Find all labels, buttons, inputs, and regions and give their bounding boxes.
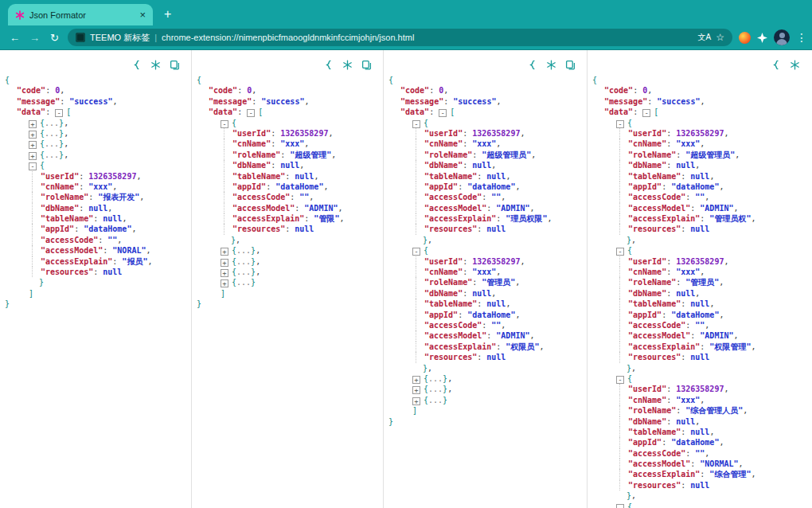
copy-icon[interactable]: [361, 60, 372, 70]
browser-menu-icon[interactable]: ⋮: [796, 31, 804, 44]
collapse-toggle-icon[interactable]: -: [29, 162, 37, 170]
forward-icon[interactable]: →: [28, 32, 41, 44]
json-line: "accessExplain": "报员",: [0, 256, 191, 267]
json-null-value: null: [486, 225, 506, 233]
expand-toggle-icon[interactable]: +: [221, 269, 228, 277]
json-line: "appId": "dataHome",: [588, 310, 811, 320]
json-punctuation: ,: [256, 257, 260, 266]
back-icon[interactable]: ←: [8, 32, 21, 44]
address-bar[interactable]: TEEMO 新标签 | chrome-extension://nimenpbic…: [68, 29, 732, 46]
collapse-toggle-icon[interactable]: -: [55, 109, 63, 117]
json-null-value: null: [690, 481, 709, 490]
profile-avatar[interactable]: [774, 29, 790, 45]
json-number-value: 1326358297: [676, 129, 724, 138]
copy-icon[interactable]: [170, 60, 180, 70]
compress-icon[interactable]: [546, 60, 556, 70]
copy-icon[interactable]: [565, 60, 576, 70]
format-icon[interactable]: [131, 60, 142, 70]
json-key: "code": [17, 86, 45, 95]
json-line: +{...},: [192, 256, 383, 267]
format-icon[interactable]: [323, 60, 334, 70]
json-string-value: "dataHome": [671, 182, 719, 191]
expand-toggle-icon[interactable]: +: [412, 376, 420, 384]
json-punctuation: ,: [631, 364, 636, 373]
json-number-value: 1326358297: [88, 172, 136, 181]
json-line: }: [0, 299, 191, 309]
json-line: ]: [384, 405, 587, 416]
browser-tab[interactable]: Json Formator ×: [8, 4, 153, 25]
json-key: "roleName": [41, 193, 88, 201]
json-line: "accessCode": "",: [384, 192, 587, 202]
extensions-star-icon[interactable]: [757, 33, 767, 43]
reload-icon[interactable]: ↻: [48, 32, 61, 44]
expand-toggle-icon[interactable]: +: [412, 397, 420, 405]
json-punctuation: ,: [304, 97, 309, 106]
expand-toggle-icon[interactable]: +: [221, 248, 228, 256]
tree-guide-line: [224, 192, 224, 202]
json-key: "message": [604, 97, 647, 106]
json-punctuation: :: [266, 182, 275, 191]
expand-toggle-icon[interactable]: +: [221, 279, 228, 287]
expand-toggle-icon[interactable]: +: [29, 120, 37, 128]
json-key: "message": [17, 97, 60, 106]
collapse-toggle-icon[interactable]: -: [616, 376, 624, 384]
json-bracket: }: [251, 278, 256, 287]
expand-toggle-icon[interactable]: +: [29, 141, 37, 149]
json-line: "data": -[: [384, 107, 587, 117]
json-line: -{: [0, 160, 191, 170]
compress-icon[interactable]: [150, 60, 161, 70]
collapse-toggle-icon[interactable]: -: [412, 248, 420, 256]
extension-button-orange-icon[interactable]: [739, 32, 751, 44]
json-key: "cnName": [232, 139, 271, 148]
json-line: -{: [588, 118, 811, 128]
collapse-toggle-icon[interactable]: -: [616, 248, 624, 256]
json-punctuation: :: [681, 428, 690, 436]
json-punctuation: ,: [709, 428, 714, 436]
expand-toggle-icon[interactable]: +: [412, 386, 420, 394]
json-key: "data": [604, 107, 633, 116]
new-tab-button[interactable]: +: [164, 8, 171, 21]
tab-close-icon[interactable]: ×: [139, 10, 146, 20]
json-string-value: "dataHome": [84, 225, 131, 233]
tree-guide-line: [619, 480, 620, 490]
expand-toggle-icon[interactable]: +: [29, 131, 37, 139]
json-punctuation: ,: [309, 193, 314, 201]
collapse-toggle-icon[interactable]: -: [616, 120, 624, 128]
json-punctuation: ,: [529, 331, 534, 340]
format-icon[interactable]: [527, 60, 537, 70]
expand-toggle-icon[interactable]: +: [29, 152, 37, 160]
bookmark-star-icon[interactable]: ☆: [716, 32, 724, 43]
collapse-toggle-icon[interactable]: -: [642, 109, 650, 117]
json-key: "resources": [628, 353, 681, 361]
json-line: "dbName": null,: [588, 160, 811, 170]
json-punctuation: ,: [531, 150, 536, 159]
expand-toggle-icon[interactable]: +: [221, 259, 228, 267]
translate-icon[interactable]: 文A: [698, 32, 712, 43]
json-punctuation: :: [477, 225, 486, 233]
json-key: "userId": [628, 129, 666, 138]
json-key: "accessModel": [232, 204, 295, 213]
compress-icon[interactable]: [790, 60, 800, 70]
collapse-toggle-icon[interactable]: -: [412, 120, 420, 128]
json-string-value: "xxx": [88, 182, 112, 191]
json-punctuation: :: [237, 86, 247, 95]
json-punctuation: ,: [496, 97, 501, 106]
json-bracket: [: [258, 107, 263, 116]
json-number-value: 1326358297: [676, 385, 724, 393]
json-bracket: [: [654, 107, 658, 116]
collapse-toggle-icon[interactable]: -: [439, 109, 447, 117]
json-key: "accessCode": [424, 321, 482, 330]
json-punctuation: :: [79, 172, 88, 181]
json-line: "tableName": null,: [588, 427, 811, 437]
compress-icon[interactable]: [342, 60, 353, 70]
format-icon[interactable]: [771, 60, 781, 70]
json-string-value: "NORAL": [112, 246, 146, 255]
collapse-toggle-icon[interactable]: -: [247, 109, 255, 117]
collapse-toggle-icon[interactable]: -: [616, 504, 624, 508]
json-key: "userId": [628, 257, 666, 266]
json-string-value: "success": [69, 97, 112, 106]
tree-guide-line: [416, 150, 416, 160]
collapse-toggle-icon[interactable]: -: [221, 120, 228, 128]
json-key: "accessExplain": [424, 342, 496, 351]
json-bracket: [: [66, 107, 71, 116]
